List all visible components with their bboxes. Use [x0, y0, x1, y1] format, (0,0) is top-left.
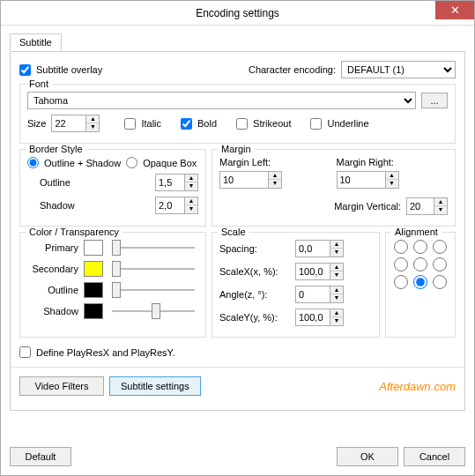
spin-up-icon[interactable]: ▲ [330, 309, 343, 317]
spin-up-icon[interactable]: ▲ [386, 172, 398, 180]
scaley-input[interactable] [295, 309, 330, 326]
strikeout-label[interactable]: Strikeout [253, 118, 291, 129]
spin-up-icon[interactable]: ▲ [330, 286, 343, 294]
spin-down-icon[interactable]: ▼ [185, 182, 197, 190]
underline-checkbox[interactable] [310, 118, 322, 130]
opaque-box-label[interactable]: Opaque Box [143, 158, 197, 168]
spin-up-icon[interactable]: ▲ [434, 198, 447, 206]
font-browse-button[interactable]: ... [421, 93, 448, 108]
font-size-spinner[interactable]: ▲▼ [51, 115, 100, 132]
alignment-legend: Alignment [391, 227, 442, 237]
watermark: Afterdawn.com [379, 380, 456, 393]
bold-checkbox[interactable] [181, 118, 192, 130]
font-family-select[interactable]: Tahoma [27, 92, 416, 109]
align-6-radio[interactable] [432, 257, 448, 271]
subtitle-overlay-checkbox[interactable] [19, 64, 31, 76]
angle-input[interactable] [295, 286, 330, 303]
outline-slider[interactable] [112, 289, 195, 291]
spin-up-icon[interactable]: ▲ [330, 264, 343, 271]
angle-spinner[interactable]: ▲▼ [295, 286, 344, 303]
ok-button[interactable]: OK [337, 447, 398, 466]
titlebar: Encoding settings ✕ [1, 1, 474, 26]
spin-up-icon[interactable]: ▲ [185, 175, 197, 182]
spin-down-icon[interactable]: ▼ [185, 205, 197, 213]
font-size-label: Size [27, 118, 46, 129]
playres-label[interactable]: Define PlayResX and PlayResY. [36, 347, 175, 358]
scalex-label: ScaleX(x, %): [219, 266, 290, 277]
secondary-swatch[interactable] [84, 261, 103, 277]
shadow-spinner[interactable]: ▲▼ [155, 197, 198, 214]
spin-up-icon[interactable]: ▲ [185, 197, 197, 205]
spin-down-icon[interactable]: ▼ [330, 249, 343, 257]
underline-label[interactable]: Underline [327, 118, 368, 129]
align-4-radio[interactable] [393, 257, 409, 271]
playres-checkbox[interactable] [19, 346, 31, 358]
char-encoding-label: Character encoding: [249, 64, 336, 75]
outline-shadow-radio[interactable] [27, 157, 39, 168]
shadow-slider[interactable] [112, 310, 195, 312]
strikeout-checkbox[interactable] [236, 118, 248, 130]
align-8-radio[interactable] [412, 275, 428, 289]
align-3-radio[interactable] [432, 240, 448, 254]
spin-down-icon[interactable]: ▼ [434, 206, 447, 214]
scaley-spinner[interactable]: ▲▼ [295, 309, 344, 326]
align-9-radio[interactable] [432, 275, 448, 289]
outline-input[interactable] [155, 174, 185, 191]
secondary-slider[interactable] [112, 268, 195, 270]
spin-down-icon[interactable]: ▼ [330, 317, 343, 325]
margin-right-input[interactable] [337, 171, 386, 189]
outline-swatch[interactable] [84, 282, 103, 298]
opaque-box-radio[interactable] [126, 157, 137, 168]
scaley-label: ScaleY(y, %): [219, 312, 290, 323]
italic-checkbox[interactable] [124, 118, 136, 130]
spacing-label: Spacing: [219, 243, 290, 254]
tab-subtitle[interactable]: Subtitle [10, 33, 62, 51]
scalex-input[interactable] [295, 263, 330, 280]
align-5-radio[interactable] [412, 257, 428, 271]
video-filters-button[interactable]: Video Filters [19, 376, 104, 396]
spin-down-icon[interactable]: ▼ [269, 180, 281, 188]
margin-vertical-spinner[interactable]: ▲▼ [406, 197, 448, 215]
cancel-button[interactable]: Cancel [404, 447, 465, 466]
align-2-radio[interactable] [412, 240, 428, 254]
default-button[interactable]: Default [10, 447, 71, 466]
align-7-radio[interactable] [393, 275, 409, 289]
scalex-spinner[interactable]: ▲▼ [295, 263, 344, 280]
margin-left-input[interactable] [219, 171, 269, 189]
bold-label[interactable]: Bold [197, 118, 217, 129]
align-1-radio[interactable] [393, 240, 409, 254]
spacing-input[interactable] [295, 240, 330, 257]
char-encoding-select[interactable]: DEFAULT (1) [341, 61, 456, 78]
spin-down-icon[interactable]: ▼ [386, 180, 398, 188]
spin-down-icon[interactable]: ▼ [330, 271, 343, 279]
subtitle-settings-button[interactable]: Subtitle settings [109, 376, 201, 396]
outline-shadow-label[interactable]: Outline + Shadow [44, 158, 121, 168]
font-group: Font Tahoma ... Size ▲▼ Italic Bold [19, 84, 456, 144]
primary-slider[interactable] [112, 247, 195, 249]
secondary-label: Secondary [27, 264, 78, 274]
margin-left-spinner[interactable]: ▲▼ [219, 171, 331, 189]
spin-down-icon[interactable]: ▼ [330, 294, 343, 302]
shadow-swatch[interactable] [84, 303, 103, 319]
close-button[interactable]: ✕ [435, 1, 474, 19]
border-style-group: Border Style Outline + Shadow Opaque Box… [19, 149, 206, 227]
font-legend: Font [26, 78, 52, 89]
spin-up-icon[interactable]: ▲ [269, 172, 281, 180]
scale-legend: Scale [218, 227, 249, 237]
spin-down-icon[interactable]: ▼ [86, 123, 99, 131]
font-size-input[interactable] [51, 115, 86, 132]
spin-up-icon[interactable]: ▲ [86, 115, 99, 123]
margin-right-spinner[interactable]: ▲▼ [337, 171, 449, 189]
spin-up-icon[interactable]: ▲ [330, 241, 343, 249]
shadow-input[interactable] [155, 197, 185, 214]
alignment-group: Alignment [385, 232, 456, 338]
spacing-spinner[interactable]: ▲▼ [295, 240, 344, 257]
margin-vertical-input[interactable] [406, 197, 434, 215]
border-legend: Border Style [26, 144, 86, 154]
subtitle-overlay-label[interactable]: Subtitle overlay [36, 64, 102, 75]
margin-right-label: Margin Right: [337, 157, 449, 167]
primary-swatch[interactable] [84, 240, 103, 256]
scale-group: Scale Spacing:▲▼ ScaleX(x, %):▲▼ Angle(z… [212, 232, 380, 338]
outline-spinner[interactable]: ▲▼ [155, 174, 198, 191]
italic-label[interactable]: Italic [141, 118, 161, 129]
